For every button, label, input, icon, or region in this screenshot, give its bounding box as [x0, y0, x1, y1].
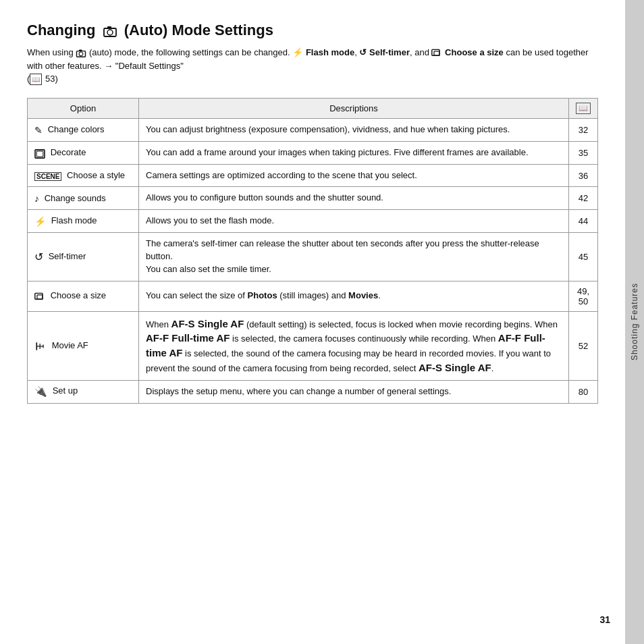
timer-icon: ↺ — [34, 250, 43, 263]
flash-icon: ⚡ — [34, 216, 46, 227]
selftimer-symbol: ↺ Self-timer — [359, 47, 410, 57]
intro-mode: (auto) mode, the following settings can … — [89, 47, 292, 57]
af-s-bold-1: AF-S Single AF — [171, 318, 244, 329]
page-change-colors: 32 — [569, 118, 598, 141]
option-set-up: 🔌 Set up — [28, 381, 139, 404]
flash-label: Flash mode — [306, 47, 354, 57]
self-timer-desc-2: You can also set the smile timer. — [146, 264, 271, 274]
main-content: Changing (Auto) Mode Settings When using… — [0, 0, 625, 644]
sidebar-tab: Shooting Features — [625, 0, 644, 644]
option-self-timer: ↺ Self-timer — [28, 233, 139, 281]
desc-movie-af: When AF-S Single AF (default setting) is… — [139, 311, 569, 380]
desc-flash-mode: Allows you to set the flash mode. — [139, 210, 569, 233]
scene-icon: SCENE — [34, 172, 61, 181]
af-f-bold-1: AF-F Full-time AF — [146, 332, 230, 344]
table-row: ✎ Change colors You can adjust brightnes… — [28, 118, 598, 141]
table-row: SCENE Choose a style Camera settings are… — [28, 164, 598, 187]
table-row: ♪ Change sounds Allows you to configure … — [28, 187, 598, 210]
page-choose-style: 36 — [569, 164, 598, 187]
table-row: Movie AF When AF-S Single AF (default se… — [28, 311, 598, 380]
intro-paragraph: When using (auto) mode, the following se… — [27, 46, 598, 86]
page-number: 31 — [599, 614, 610, 625]
table-row: Decorate You can add a frame around your… — [28, 141, 598, 164]
option-label-change-colors: Change colors — [48, 124, 105, 134]
page-set-up: 80 — [569, 381, 598, 404]
table-row: ↺ Self-timer The camera's self-timer can… — [28, 233, 598, 281]
desc-set-up: Displays the setup menu, where you can c… — [139, 381, 569, 404]
book-ref-icon: 📖 — [30, 74, 42, 85]
page-self-timer: 45 — [569, 233, 598, 281]
chooseasize-label: Choose a size — [445, 47, 504, 57]
table-header-row: Option Descriptions 📖 — [28, 98, 598, 118]
option-label-flash-mode: Flash mode — [51, 215, 97, 225]
page-change-sounds: 42 — [569, 187, 598, 210]
svg-rect-10 — [35, 293, 43, 299]
choose-size-icon — [34, 291, 45, 302]
camera-icon — [103, 25, 117, 37]
desc-choose-style: Camera settings are optimized according … — [139, 164, 569, 187]
self-timer-desc-1: The camera's self-timer can release the … — [146, 238, 539, 261]
selftimer-label: Self-timer — [369, 47, 410, 57]
svg-rect-2 — [107, 26, 111, 29]
svg-point-4 — [79, 53, 83, 57]
page-container: Changing (Auto) Mode Settings When using… — [0, 0, 644, 644]
option-change-colors: ✎ Change colors — [28, 118, 139, 141]
title-changing: Changing — [27, 22, 95, 38]
option-label-choose-style: Choose a style — [67, 170, 125, 180]
page-flash-mode: 44 — [569, 210, 598, 233]
page-choose-size: 49,50 — [569, 281, 598, 311]
option-movie-af: Movie AF — [28, 311, 139, 380]
af-s-bold-final: AF-S Single AF — [419, 362, 491, 373]
book-icon-header: 📖 — [576, 103, 591, 114]
frame-icon — [34, 147, 45, 158]
decorate-svg-icon — [34, 149, 45, 159]
desc-choose-size: You can select the size of Photos (still… — [139, 281, 569, 311]
brush-icon: ✎ — [34, 125, 43, 136]
option-label-change-sounds: Change sounds — [45, 193, 106, 203]
option-choose-style: SCENE Choose a style — [28, 164, 139, 187]
page-movie-af: 52 — [569, 311, 598, 380]
setup-icon: 🔌 — [34, 385, 47, 398]
choose-size-icon-small — [431, 49, 442, 58]
movieaf-svg-icon — [34, 341, 47, 352]
desc-self-timer: The camera's self-timer can release the … — [139, 233, 569, 281]
option-choose-size: Choose a size — [28, 281, 139, 311]
svg-rect-5 — [79, 50, 82, 52]
header-descriptions: Descriptions — [139, 98, 569, 118]
camera-icon-small — [76, 49, 86, 57]
movie-af-icon — [34, 340, 47, 352]
choose-size-svg-icon — [34, 292, 45, 302]
option-label-movie-af: Movie AF — [52, 340, 88, 350]
option-label-set-up: Set up — [53, 386, 78, 396]
svg-rect-9 — [36, 151, 43, 157]
svg-point-1 — [107, 30, 113, 35]
sidebar-label: Shooting Features — [630, 283, 639, 360]
option-flash-mode: ⚡ Flash mode — [28, 210, 139, 233]
table-row: ⚡ Flash mode Allows you to set the flash… — [28, 210, 598, 233]
svg-rect-7 — [434, 51, 439, 55]
option-label-choose-size: Choose a size — [51, 290, 106, 300]
header-option: Option — [28, 98, 139, 118]
note-icon: ♪ — [34, 193, 39, 204]
flash-symbol: ⚡ — [292, 47, 306, 57]
option-label-decorate: Decorate — [51, 147, 86, 157]
table-row: 🔌 Set up Displays the setup menu, where … — [28, 381, 598, 404]
option-change-sounds: ♪ Change sounds — [28, 187, 139, 210]
page-title: Changing (Auto) Mode Settings — [27, 22, 598, 39]
header-page: 📖 — [569, 98, 598, 118]
option-decorate: Decorate — [28, 141, 139, 164]
settings-table: Option Descriptions 📖 ✎ Change colors Yo… — [27, 98, 598, 404]
title-rest: (Auto) Mode Settings — [124, 22, 273, 38]
photos-bold: Photos — [248, 290, 277, 300]
movies-bold: Movies — [348, 290, 378, 300]
svg-rect-11 — [37, 295, 43, 299]
option-label-self-timer: Self-timer — [49, 251, 86, 261]
page-decorate: 35 — [569, 141, 598, 164]
intro-pre: When using — [27, 47, 76, 57]
desc-decorate: You can add a frame around your images w… — [139, 141, 569, 164]
desc-change-colors: You can adjust brightness (exposure comp… — [139, 118, 569, 141]
desc-change-sounds: Allows you to configure button sounds an… — [139, 187, 569, 210]
table-row: Choose a size You can select the size of… — [28, 281, 598, 311]
svg-rect-6 — [432, 49, 439, 55]
